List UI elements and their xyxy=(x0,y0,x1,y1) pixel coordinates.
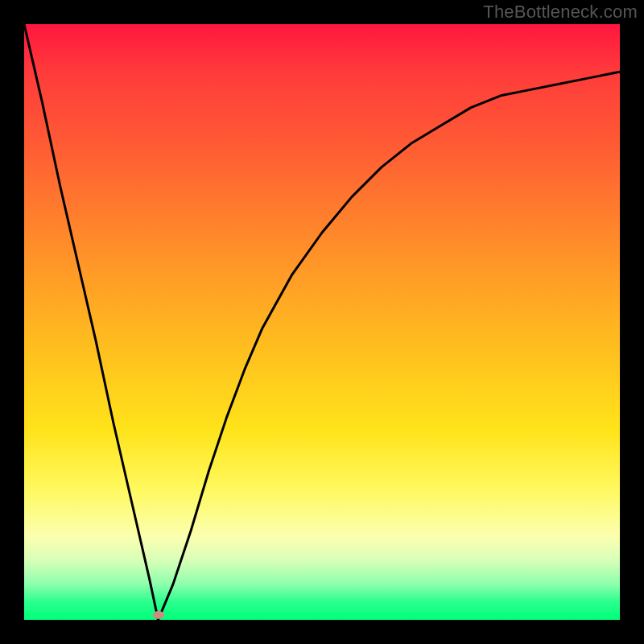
plot-area xyxy=(24,24,620,620)
chart-frame: TheBottleneck.com xyxy=(0,0,644,644)
minimum-marker xyxy=(153,611,164,619)
watermark-text: TheBottleneck.com xyxy=(483,2,638,23)
curve-line xyxy=(24,24,620,620)
bottleneck-curve xyxy=(24,24,620,620)
